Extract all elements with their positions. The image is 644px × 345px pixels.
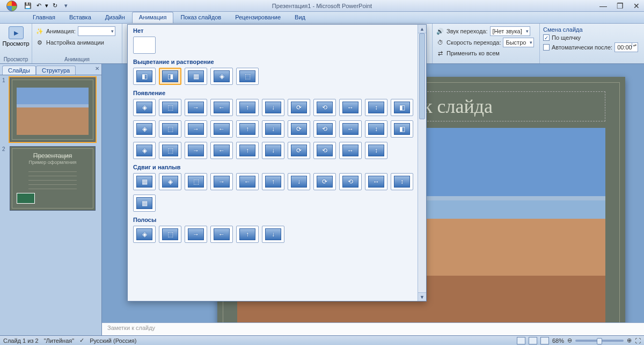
transition-item[interactable]: ↕: [365, 99, 387, 116]
transition-item[interactable]: ⟳: [313, 173, 336, 190]
slide-thumbnail[interactable]: 1: [2, 77, 99, 142]
transition-item[interactable]: →: [185, 226, 207, 243]
transition-item[interactable]: ◨: [159, 68, 181, 85]
transition-item[interactable]: ←: [236, 173, 259, 190]
view-slideshow-button[interactable]: [540, 337, 549, 344]
transition-item[interactable]: ⬚: [159, 226, 181, 243]
tab-insert[interactable]: Вставка: [62, 12, 98, 23]
transition-item[interactable]: ◧: [391, 99, 413, 116]
transition-item[interactable]: ↔: [339, 120, 362, 138]
transition-item[interactable]: →: [185, 120, 207, 138]
pane-tab-slides[interactable]: Слайды: [2, 66, 36, 75]
zoom-out-icon[interactable]: ⊖: [567, 337, 572, 344]
sound-dropdown[interactable]: [Нет звука]: [490, 26, 530, 36]
thumb-slide-1[interactable]: [10, 77, 96, 142]
office-button[interactable]: [4, 0, 19, 12]
on-click-checkbox[interactable]: ✓: [543, 34, 550, 41]
view-sorter-button[interactable]: [529, 337, 537, 344]
scroll-down-icon[interactable]: ▼: [418, 292, 426, 301]
undo-icon[interactable]: ↶: [34, 2, 43, 10]
transition-item[interactable]: ↑: [236, 120, 259, 138]
tab-animation[interactable]: Анимация: [132, 12, 174, 23]
transition-item[interactable]: ⟲: [339, 173, 362, 190]
transition-item[interactable]: ⟲: [313, 99, 336, 116]
thumb-slide-2[interactable]: Презентация Пример оформления: [10, 146, 96, 211]
scroll-thumb[interactable]: [419, 33, 425, 119]
transition-item[interactable]: ↑: [236, 142, 259, 159]
view-normal-button[interactable]: [517, 337, 525, 344]
transition-item[interactable]: ↔: [339, 142, 362, 159]
transition-item[interactable]: ←: [210, 120, 233, 138]
transition-item[interactable]: ↓: [288, 173, 310, 190]
preview-button[interactable]: ▶ Просмотр: [0, 25, 32, 48]
transition-item[interactable]: ↓: [262, 226, 284, 243]
transition-item[interactable]: ◈: [133, 99, 156, 116]
transition-item[interactable]: ⟳: [288, 99, 310, 116]
save-icon[interactable]: 💾: [24, 2, 32, 10]
transition-item[interactable]: ↑: [236, 99, 259, 116]
transition-item[interactable]: ↕: [365, 142, 387, 159]
scroll-up-icon[interactable]: ▲: [418, 25, 426, 33]
transition-item[interactable]: ⟳: [288, 142, 310, 159]
transition-item[interactable]: ◈: [133, 120, 156, 138]
maximize-button[interactable]: ❐: [617, 2, 624, 10]
zoom-in-icon[interactable]: ⊕: [627, 337, 632, 344]
tab-design[interactable]: Дизайн: [98, 12, 132, 23]
transition-item[interactable]: →: [185, 99, 207, 116]
tab-view[interactable]: Вид: [288, 12, 312, 23]
transition-item[interactable]: ←: [210, 142, 233, 159]
fit-window-icon[interactable]: ⛶: [635, 337, 641, 344]
pane-close-icon[interactable]: ✕: [95, 66, 99, 71]
redo-icon[interactable]: ↻: [50, 2, 59, 10]
apply-all-button[interactable]: ⇄ Применить ко всем: [436, 48, 500, 58]
transition-item[interactable]: ⟲: [313, 142, 336, 159]
transition-item[interactable]: ▦: [185, 68, 207, 85]
transition-item[interactable]: ◈: [210, 68, 233, 85]
transition-item[interactable]: ⬚: [159, 142, 181, 159]
transition-item[interactable]: →: [185, 142, 207, 159]
transition-item[interactable]: ↓: [262, 142, 284, 159]
transition-item[interactable]: ⬚: [159, 120, 181, 138]
pane-tab-outline[interactable]: Структура: [36, 66, 76, 75]
transition-item[interactable]: ▦: [133, 173, 156, 190]
zoom-value[interactable]: 68%: [552, 337, 564, 344]
transition-item[interactable]: ↓: [262, 99, 284, 116]
transition-item[interactable]: ◈: [159, 173, 181, 190]
transition-item[interactable]: ⬚: [236, 68, 259, 85]
custom-animation-button[interactable]: ⚙ Настройка анимации: [35, 38, 104, 47]
transition-item[interactable]: ↑: [262, 173, 284, 190]
slide-thumbnail[interactable]: 2 Презентация Пример оформления: [2, 146, 99, 211]
transition-item[interactable]: ↑: [236, 226, 259, 243]
transition-item[interactable]: ◧: [391, 120, 413, 138]
transition-item[interactable]: ↕: [391, 173, 413, 190]
transition-item[interactable]: →: [210, 173, 233, 190]
notes-pane[interactable]: Заметки к слайду: [102, 322, 644, 335]
spellcheck-icon[interactable]: ✓: [79, 337, 84, 344]
transition-item[interactable]: ↔: [365, 173, 387, 190]
gallery-scrollbar[interactable]: ▲ ▼: [418, 25, 426, 301]
transition-item[interactable]: ⟲: [313, 120, 336, 138]
transition-item[interactable]: ⬚: [185, 173, 207, 190]
transition-item[interactable]: ◈: [133, 226, 156, 243]
transition-item[interactable]: ←: [210, 226, 233, 243]
auto-after-time[interactable]: 00:00: [614, 42, 638, 52]
tab-home[interactable]: Главная: [26, 12, 62, 23]
tab-slideshow[interactable]: Показ слайдов: [173, 12, 228, 23]
speed-dropdown[interactable]: Быстро: [503, 38, 534, 47]
minimize-button[interactable]: —: [599, 2, 607, 10]
zoom-slider[interactable]: [575, 340, 624, 342]
status-language[interactable]: Русский (Россия): [90, 337, 136, 344]
tab-review[interactable]: Рецензирование: [228, 12, 288, 23]
transition-item[interactable]: ←: [210, 99, 233, 116]
transition-none[interactable]: [133, 37, 156, 54]
transition-item[interactable]: ▦: [133, 195, 156, 212]
close-button[interactable]: ✕: [633, 2, 640, 10]
transition-item[interactable]: ↓: [262, 120, 284, 138]
transition-item[interactable]: ↕: [365, 120, 387, 138]
transition-item[interactable]: ⬚: [159, 99, 181, 116]
auto-after-checkbox[interactable]: [543, 44, 550, 51]
transition-item[interactable]: ↔: [339, 99, 362, 116]
animation-dropdown[interactable]: [78, 26, 115, 36]
transition-item[interactable]: ⟳: [288, 120, 310, 138]
transition-item[interactable]: ◈: [133, 142, 156, 159]
